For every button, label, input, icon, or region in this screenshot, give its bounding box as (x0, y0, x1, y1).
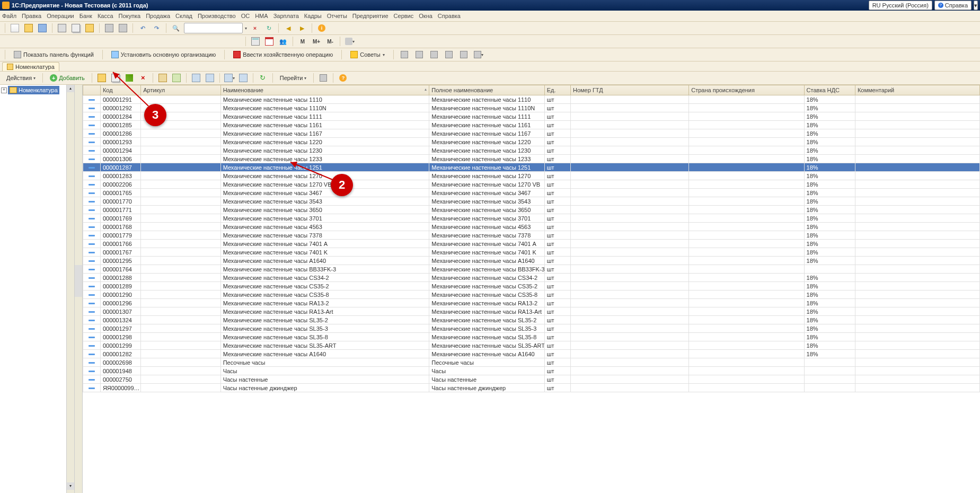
table-row[interactable]: 000001288Механические настенные часы CS3… (83, 274, 980, 282)
table-row[interactable]: 000001289Механические настенные часы CS3… (83, 282, 980, 290)
cell-fullname: Механические настенные часы 1270 VB (429, 180, 544, 189)
cell-fullname: Механические настенные часы RA13-2 (429, 299, 544, 307)
cell-comment (855, 257, 979, 265)
cell-unit: шт (544, 155, 570, 163)
table-row[interactable]: 000001298Механические настенные часы SL3… (83, 333, 980, 341)
cell-comment (855, 223, 979, 231)
table-row[interactable]: 000001296Механические настенные часы RA1… (83, 299, 980, 307)
cell-gtd (570, 274, 688, 282)
cell-country (689, 324, 804, 333)
cell-comment (855, 341, 979, 350)
table-row[interactable]: 000002750Часы настенныеЧасы настенныешт (83, 375, 980, 384)
cell-comment (855, 367, 979, 375)
cell-nds: 18% (804, 324, 855, 333)
table-row[interactable]: 000001299Механические настенные часы SL3… (83, 341, 980, 350)
cell-gtd (570, 333, 688, 341)
cell-unit: шт (544, 146, 570, 155)
cell-country (689, 104, 804, 112)
cell-article (141, 375, 220, 384)
help-button[interactable]: ?Справка (934, 1, 972, 10)
report3-button[interactable] (428, 49, 440, 60)
cell-gtd (570, 138, 688, 146)
table-row[interactable]: ЯЯ0000099…Часы настенные джинджерЧасы на… (83, 384, 980, 392)
cell-unit: шт (544, 324, 570, 333)
table-row[interactable]: 000001324Механические настенные часы SL3… (83, 316, 980, 324)
cell-country (689, 231, 804, 240)
col-gtd[interactable]: Номер ГТД (570, 85, 688, 95)
table-row[interactable]: 000001948ЧасыЧасышт (83, 367, 980, 375)
cell-unit: шт (544, 282, 570, 290)
cell-country (689, 155, 804, 163)
cell-code: 000001307 (100, 307, 140, 316)
cell-gtd (570, 146, 688, 155)
col-fullname[interactable]: Полное наименование (429, 85, 544, 95)
table-row[interactable]: 000001769Механические настенные часы 370… (83, 214, 980, 223)
cell-name: Механические настенные часы 4563 (220, 223, 429, 231)
cell-nds (804, 367, 855, 375)
cell-gtd (570, 324, 688, 333)
menu-service[interactable]: Сервис (394, 13, 414, 19)
cell-gtd (570, 223, 688, 231)
cell-article (141, 274, 220, 282)
cell-gtd (570, 248, 688, 257)
report2-button[interactable] (413, 49, 425, 60)
help-icon: ? (938, 3, 943, 8)
cell-comment (855, 104, 979, 112)
dropdown-button[interactable]: ▾ (974, 1, 978, 10)
col-nds[interactable]: Ставка НДС (804, 85, 855, 95)
cell-name: Механические настенные часы 7401 K (220, 248, 429, 257)
table-row[interactable]: 000001297Механические настенные часы SL3… (83, 324, 980, 333)
col-country[interactable]: Страна происхождения (689, 85, 804, 95)
table-row[interactable]: 000001764Механические настенные часы BB3… (83, 265, 980, 274)
cell-code: 000001297 (100, 324, 140, 333)
cell-name: Часы настенные джинджер (220, 384, 429, 392)
cell-comment (855, 265, 979, 274)
cell-name: Часы (220, 367, 429, 375)
cell-fullname: Механические настенные часы 1110N (429, 104, 544, 112)
table-row[interactable]: 000001282Механические настенные часы А16… (83, 350, 980, 358)
cell-comment (855, 231, 979, 240)
cell-nds: 18% (804, 206, 855, 214)
item-icon (89, 226, 95, 228)
table-row[interactable]: 000001768Механические настенные часы 456… (83, 223, 980, 231)
table-row[interactable]: 000002698Песочные часыПесочные часышт (83, 358, 980, 367)
cell-article (141, 290, 220, 299)
col-unit[interactable]: Ед. (544, 85, 570, 95)
report5-button[interactable] (458, 49, 470, 60)
cell-country (689, 274, 804, 282)
language-selector[interactable]: RU Русский (Россия) (869, 1, 932, 10)
cell-article (141, 231, 220, 240)
cell-nds: 18% (804, 282, 855, 290)
cell-country (689, 384, 804, 392)
table-row[interactable]: 000001307Механические настенные часы RA1… (83, 307, 980, 316)
cell-nds: 18% (804, 104, 855, 112)
table-row[interactable]: 000001290Механические настенные часы CS3… (83, 290, 980, 299)
table-row[interactable]: 000001767Механические настенные часы 740… (83, 248, 980, 257)
menu-windows[interactable]: Окна (419, 13, 432, 19)
cell-unit: шт (544, 104, 570, 112)
cell-article (141, 324, 220, 333)
cell-nds: 18% (804, 341, 855, 350)
report6-button[interactable]: ▾ (473, 49, 484, 60)
cell-unit: шт (544, 375, 570, 384)
table-row[interactable]: 000001766Механические настенные часы 740… (83, 240, 980, 248)
report1-button[interactable] (399, 49, 410, 60)
cell-nds (804, 265, 855, 274)
cell-unit: шт (544, 163, 570, 172)
report4-button[interactable] (443, 49, 455, 60)
cell-comment (855, 155, 979, 163)
col-comment[interactable]: Комментарий (855, 85, 979, 95)
cell-nds (804, 375, 855, 384)
cell-article (141, 257, 220, 265)
cell-nds: 18% (804, 214, 855, 223)
cell-nds: 18% (804, 248, 855, 257)
table-row[interactable]: 000001295Механические настенные часы A16… (83, 257, 980, 265)
cell-article (141, 223, 220, 231)
table-row[interactable]: 000001779Механические настенные часы 737… (83, 231, 980, 240)
cell-fullname: Механические настенные часы 1251 (429, 163, 544, 172)
cell-nds: 18% (804, 112, 855, 121)
cell-country (689, 206, 804, 214)
menu-help[interactable]: Справка (438, 13, 461, 19)
item-icon (89, 294, 95, 296)
cell-country (689, 341, 804, 350)
